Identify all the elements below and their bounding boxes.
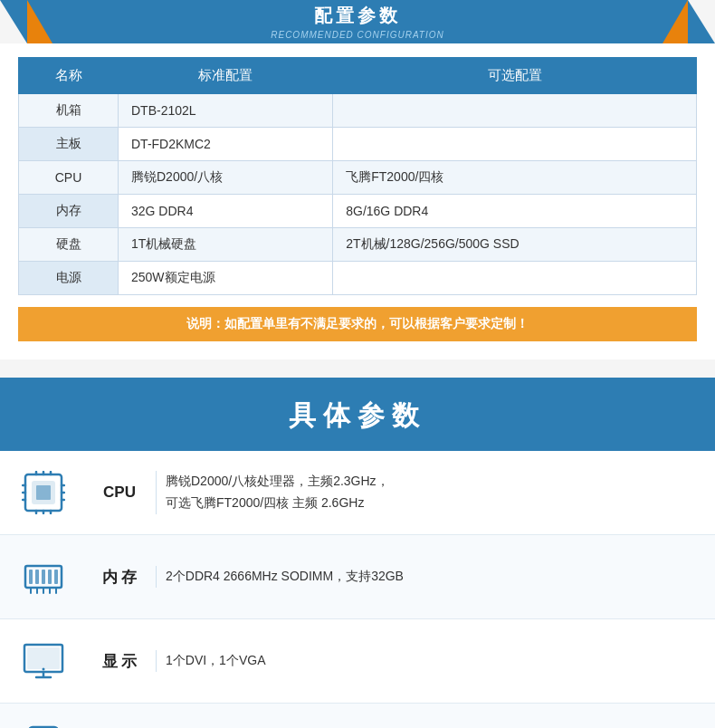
display-icon (18, 636, 69, 686)
table-row: 机箱 DTB-2102L (19, 94, 697, 128)
row-optional: 2T机械/128G/256G/500G SSD (333, 228, 697, 262)
detail-row: CPU 腾锐D2000/八核处理器，主频2.3GHz，可选飞腾FT2000/四核… (0, 451, 715, 535)
config-header-text: 配置参数 RECOMMENDED CONFIGURATION (271, 4, 443, 40)
svg-rect-16 (29, 570, 33, 584)
row-name: CPU (19, 161, 119, 195)
svg-rect-2 (36, 485, 51, 500)
detail-row: 内 存 2个DDR4 2666MHz SODIMM，支持32GB (0, 535, 715, 619)
svg-rect-19 (48, 570, 52, 584)
row-optional (333, 94, 697, 128)
detail-header: 具体参数 (0, 378, 715, 451)
row-name: 主板 (19, 128, 119, 161)
detail-rows: CPU 腾锐D2000/八核处理器，主频2.3GHz，可选飞腾FT2000/四核… (0, 451, 715, 728)
svg-rect-18 (42, 570, 45, 584)
config-table: 名称 标准配置 可选配置 机箱 DTB-2102L 主板 DT-FD2KMC2 … (18, 57, 697, 295)
cpu-icon (18, 467, 69, 518)
config-table-wrap: 名称 标准配置 可选配置 机箱 DTB-2102L 主板 DT-FD2KMC2 … (0, 43, 715, 300)
col-header-standard: 标准配置 (119, 58, 333, 94)
config-sub-title: RECOMMENDED CONFIGURATION (271, 30, 443, 40)
detail-header-text: 具体参数 (289, 400, 426, 430)
row-name: 电源 (19, 262, 119, 295)
row-name: 内存 (19, 195, 119, 228)
row-optional (333, 128, 697, 161)
config-header: 配置参数 RECOMMENDED CONFIGURATION (0, 0, 715, 43)
table-row: 主板 DT-FD2KMC2 (19, 128, 697, 161)
detail-label: CPU (83, 484, 156, 502)
config-main-title: 配置参数 (271, 4, 443, 28)
detail-row: 存 储 1个SATA3.0，1个M.2 SATA协议，1个M.2 NVMe协议 (0, 704, 715, 728)
row-standard: DTB-2102L (119, 94, 333, 128)
detail-value: 2个DDR4 2666MHz SODIMM，支持32GB (156, 566, 697, 588)
detail-row: 显 示 1个DVI，1个VGA (0, 619, 715, 704)
svg-point-30 (43, 668, 45, 671)
col-header-name: 名称 (19, 58, 119, 94)
row-optional (333, 262, 697, 295)
table-row: 硬盘 1T机械硬盘 2T机械/128G/256G/500G SSD (19, 228, 697, 262)
row-standard: 1T机械硬盘 (119, 228, 333, 262)
detail-section: 具体参数 CPU 腾锐D2000/八核处理器，主频2.3GHz，可选飞腾FT20… (0, 378, 715, 728)
detail-label: 显 示 (83, 651, 156, 672)
config-section: 配置参数 RECOMMENDED CONFIGURATION 名称 标准配置 可… (0, 0, 715, 359)
storage-icon (18, 720, 69, 728)
notice-bar: 说明：如配置单里有不满足要求的，可以根据客户要求定制！ (18, 307, 697, 341)
svg-rect-27 (27, 647, 60, 669)
detail-value: 1个DVI，1个VGA (156, 650, 697, 672)
row-optional: 8G/16G DDR4 (333, 195, 697, 228)
detail-value: 腾锐D2000/八核处理器，主频2.3GHz，可选飞腾FT2000/四核 主频 … (156, 471, 697, 514)
table-row: 电源 250W额定电源 (19, 262, 697, 295)
row-optional: 飞腾FT2000/四核 (333, 161, 697, 195)
svg-rect-20 (54, 570, 58, 584)
detail-label: 内 存 (83, 567, 156, 588)
table-row: 内存 32G DDR4 8G/16G DDR4 (19, 195, 697, 228)
table-row: CPU 腾锐D2000/八核 飞腾FT2000/四核 (19, 161, 697, 195)
row-standard: DT-FD2KMC2 (119, 128, 333, 161)
row-standard: 250W额定电源 (119, 262, 333, 295)
row-standard: 腾锐D2000/八核 (119, 161, 333, 195)
col-header-optional: 可选配置 (333, 58, 697, 94)
row-standard: 32G DDR4 (119, 195, 333, 228)
row-name: 机箱 (19, 94, 119, 128)
svg-rect-17 (35, 570, 39, 584)
memory-icon (18, 551, 69, 602)
row-name: 硬盘 (19, 228, 119, 262)
